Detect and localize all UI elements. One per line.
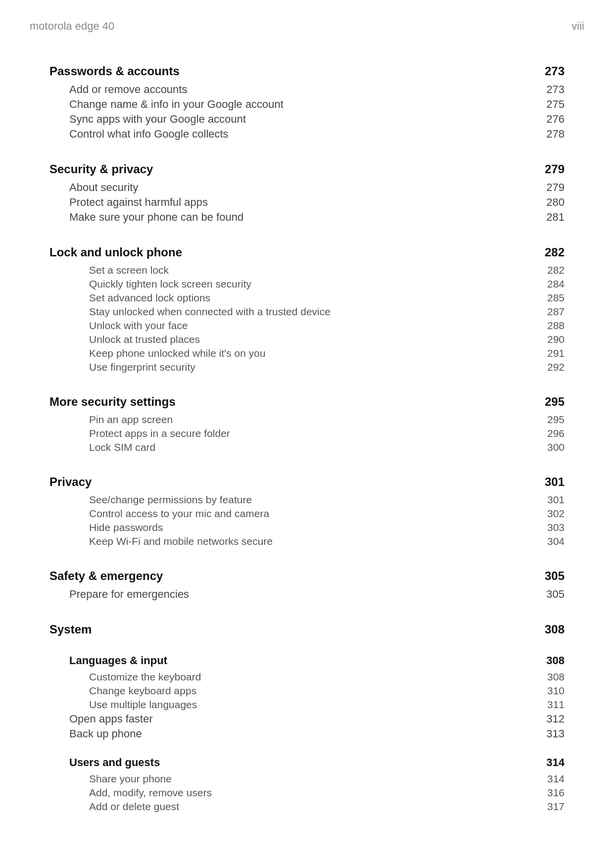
list-item[interactable]: Protect against harmful apps 280 xyxy=(49,196,565,209)
section-page-languages: 308 xyxy=(546,654,565,667)
list-item[interactable]: Open apps faster 312 xyxy=(49,713,565,725)
section-privacy[interactable]: Privacy 301 xyxy=(49,463,565,491)
list-item[interactable]: Set advanced lock options 285 xyxy=(49,292,565,304)
section-page-safety: 305 xyxy=(545,569,565,583)
list-item[interactable]: Quickly tighten lock screen security 284 xyxy=(49,278,565,290)
section-title-safety: Safety & emergency xyxy=(49,569,163,583)
section-page-privacy: 301 xyxy=(545,475,565,489)
list-item[interactable]: Change keyboard apps 310 xyxy=(49,685,565,697)
toc-container: Passwords & accounts 273 Add or remove a… xyxy=(30,52,584,813)
list-item[interactable]: Lock SIM card 300 xyxy=(49,441,565,453)
section-more-security[interactable]: More security settings 295 xyxy=(49,383,565,411)
list-item[interactable]: Control access to your mic and camera 30… xyxy=(49,508,565,520)
list-item[interactable]: Pin an app screen 295 xyxy=(49,414,565,426)
list-item[interactable]: Share your phone 314 xyxy=(49,773,565,785)
list-item[interactable]: Use multiple languages 311 xyxy=(49,699,565,711)
section-page-more-security: 295 xyxy=(545,395,565,409)
section-page-passwords: 273 xyxy=(545,64,565,78)
section-page-system: 308 xyxy=(545,623,565,636)
list-item[interactable]: Unlock at trusted places 290 xyxy=(49,334,565,345)
section-page-users: 314 xyxy=(546,756,565,769)
list-item[interactable]: Control what info Google collects 278 xyxy=(49,128,565,141)
list-item[interactable]: Change name & info in your Google accoun… xyxy=(49,98,565,111)
list-item[interactable]: Keep Wi-Fi and mobile networks secure 30… xyxy=(49,535,565,547)
list-item[interactable]: Prepare for emergencies 305 xyxy=(49,588,565,601)
list-item[interactable]: Make sure your phone can be found 281 xyxy=(49,211,565,224)
list-item[interactable]: Set a screen lock 282 xyxy=(49,264,565,276)
section-title-system: System xyxy=(49,623,92,636)
page-number: viii xyxy=(571,20,584,33)
list-item[interactable]: Keep phone unlocked while it's on you 29… xyxy=(49,347,565,359)
section-users-guests[interactable]: Users and guests 314 xyxy=(49,744,565,771)
section-languages-input[interactable]: Languages & input 308 xyxy=(49,642,565,669)
section-title-security: Security & privacy xyxy=(49,162,153,176)
list-item[interactable]: Add, modify, remove users 316 xyxy=(49,787,565,799)
list-item[interactable]: Sync apps with your Google account 276 xyxy=(49,113,565,126)
section-title-passwords: Passwords & accounts xyxy=(49,64,180,78)
section-safety-emergency[interactable]: Safety & emergency 305 xyxy=(49,557,565,585)
section-lock-unlock[interactable]: Lock and unlock phone 282 xyxy=(49,234,565,261)
list-item[interactable]: Protect apps in a secure folder 296 xyxy=(49,428,565,439)
section-page-security: 279 xyxy=(545,162,565,176)
section-passwords-accounts[interactable]: Passwords & accounts 273 xyxy=(49,52,565,80)
list-item[interactable]: See/change permissions by feature 301 xyxy=(49,494,565,506)
section-security-privacy[interactable]: Security & privacy 279 xyxy=(49,150,565,178)
list-item[interactable]: About security 279 xyxy=(49,181,565,194)
list-item[interactable]: Back up phone 313 xyxy=(49,727,565,740)
list-item[interactable]: Add or delete guest 317 xyxy=(49,801,565,813)
list-item[interactable]: Stay unlocked when connected with a trus… xyxy=(49,306,565,318)
section-title-privacy: Privacy xyxy=(49,475,92,489)
section-title-more-security: More security settings xyxy=(49,395,176,409)
list-item[interactable]: Unlock with your face 288 xyxy=(49,320,565,332)
list-item[interactable]: Use fingerprint security 292 xyxy=(49,361,565,373)
list-item[interactable]: Hide passwords 303 xyxy=(49,522,565,533)
list-item[interactable]: Customize the keyboard 308 xyxy=(49,671,565,683)
section-title-lock: Lock and unlock phone xyxy=(49,245,182,259)
section-title-languages: Languages & input xyxy=(69,654,167,667)
book-title: motorola edge 40 xyxy=(30,20,114,33)
section-page-lock: 282 xyxy=(545,245,565,259)
section-system[interactable]: System 308 xyxy=(49,611,565,638)
list-item[interactable]: Add or remove accounts 273 xyxy=(49,83,565,96)
section-title-users: Users and guests xyxy=(69,756,160,769)
